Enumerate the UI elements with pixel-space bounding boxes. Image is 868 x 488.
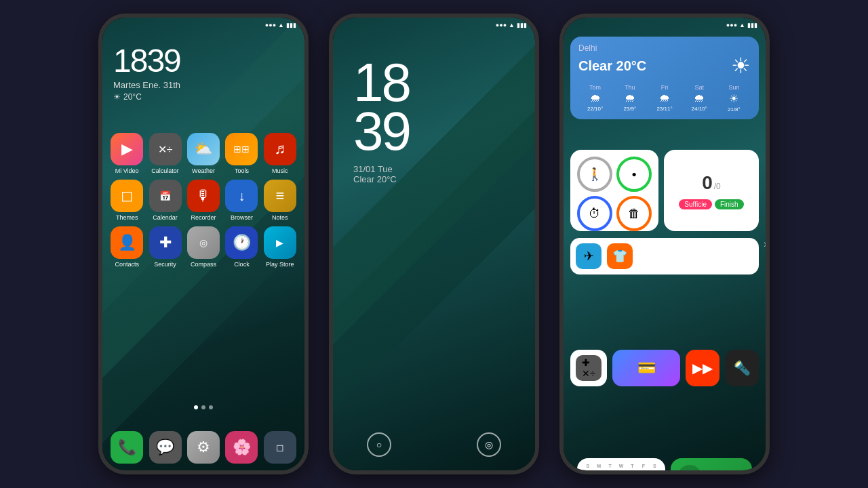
app-grid: ▶ Mi Video ✕÷ Calculator ⛅ Weather ⊞⊞ To…	[111, 133, 296, 268]
weather-widget[interactable]: Delhi Clear 20°C ☀ Tom 🌧 22/10° Thu 🌧 23…	[570, 37, 759, 119]
calculator-icon: ✕÷	[149, 133, 182, 165]
compass-label: Compass	[191, 261, 216, 268]
phone2: ●●● ▲ ▮▮▮ 18 39 31/01 Tue Clear 20°C ○ ◎	[329, 14, 539, 474]
calculator-label: Calculator	[151, 167, 179, 174]
dock-gallery[interactable]: 🌸	[225, 431, 258, 464]
telegram-app[interactable]: ✈	[576, 243, 601, 269]
dock-messages[interactable]: 💬	[149, 431, 181, 464]
step-delete-circle: 🗑	[616, 196, 652, 231]
step-green-circle: ●	[616, 157, 652, 192]
app-tools[interactable]: ⊞⊞ Tools	[225, 133, 258, 174]
status-bar-3: ●●● ▲ ▮▮▮	[564, 18, 766, 33]
gallery-icon: 🌸	[225, 431, 258, 464]
app-recorder[interactable]: 🎙 Recorder	[187, 180, 220, 221]
cal-w: W	[616, 464, 626, 468]
calc-app[interactable]: ✚✕÷	[576, 355, 601, 381]
dock-camera[interactable]: ◻	[264, 431, 296, 464]
forecast-thu-temps: 23/9°	[623, 106, 636, 112]
widget-row-2: S M T W T F S 1 2 3 4 5	[570, 238, 759, 274]
phone1-content: 1839 Martes Ene. 31th ☀ 20°C ▶ Mi Video …	[102, 18, 304, 470]
recorder-icon: 🎙	[187, 180, 220, 212]
weather-display: ☀ 20°C	[113, 92, 180, 102]
battery-icon: ▮▮▮	[286, 22, 296, 28]
forecast-sun-icon: ☀	[729, 92, 738, 105]
apps-pair-1: ✈ 👕	[570, 238, 759, 274]
lock-date: 31/01 Tue	[353, 164, 410, 174]
phone1: ●●● ▲ ▮▮▮ 1839 Martes Ene. 31th ☀ 20°C ▶…	[98, 14, 309, 474]
forecast-sat-name: Sat	[694, 84, 704, 91]
battery-icon-3: ▮▮▮	[747, 22, 757, 28]
voice-app[interactable]: ▶▶	[686, 350, 719, 386]
counter-widget[interactable]: 0 /0 Sufficie Finish	[664, 150, 759, 231]
right-widgets: 📱 0 MB Data Used ✈ 👕	[570, 238, 759, 274]
page-indicator	[102, 405, 304, 409]
forecast-tom: Tom 🌧 22/10°	[578, 84, 612, 113]
counter-badge-sufficient[interactable]: Sufficie	[679, 199, 712, 209]
tools-icon: ⊞⊞	[225, 133, 258, 165]
app-weather[interactable]: ⛅ Weather	[187, 133, 220, 174]
voice-icon: ▶▶	[692, 360, 713, 376]
app-music[interactable]: ♬ Music	[264, 133, 296, 174]
flashlight-app[interactable]: 🔦	[725, 350, 759, 386]
dock-settings[interactable]: ⚙	[187, 431, 220, 464]
weather-sun-icon: ☀	[731, 53, 751, 79]
contacts-icon: 👤	[111, 226, 143, 259]
bottom-apps-left: ✚✕÷	[570, 350, 607, 386]
settings-icon: ⚙	[187, 431, 220, 464]
shirt-app[interactable]: 👕	[607, 243, 633, 269]
cal-m: M	[593, 464, 604, 468]
forecast-fri: Fri 🌧 23/11°	[648, 84, 681, 113]
signal-icon: ●●●	[265, 22, 276, 28]
forecast-sun-name: Sun	[728, 84, 739, 91]
app-security[interactable]: ✚ Security	[149, 226, 181, 268]
forecast-sun: Sun ☀ 21/8°	[717, 84, 751, 113]
app-contacts[interactable]: 👤 Contacts	[111, 226, 143, 268]
status-bar-1: ●●● ▲ ▮▮▮	[102, 18, 304, 33]
music-icon: ♬	[264, 133, 296, 165]
playstore-label: Play Store	[266, 261, 294, 268]
compass-icon: ◎	[187, 226, 220, 259]
forecast-tom-name: Tom	[589, 84, 601, 91]
steps-widget[interactable]: 🚶 ● ⏱ 🗑	[570, 150, 658, 231]
lock-weather: Clear 20°C	[353, 174, 410, 184]
cal-t2: T	[627, 464, 637, 468]
lock-time-display: 18 39	[353, 58, 410, 156]
calendar-widget[interactable]: S M T W T F S 1 2 3 4 5	[577, 458, 665, 470]
clock-label: Clock	[234, 261, 250, 268]
lock-time-line2: 39	[353, 101, 410, 161]
app-notes[interactable]: ≡ Notes	[264, 180, 296, 221]
recorder-label: Recorder	[191, 214, 216, 221]
mivideo-icon: ▶	[111, 133, 143, 165]
forecast-thu-icon: 🌧	[625, 92, 635, 104]
calendar-label: Calendar	[153, 214, 178, 221]
weather-forecast: Tom 🌧 22/10° Thu 🌧 23/9° Fri 🌧 23/11°	[578, 84, 751, 113]
data-widget[interactable]: 📱 0 MB Data Used	[671, 458, 752, 470]
lock-flashlight[interactable]: ○	[367, 432, 391, 457]
notes-label: Notes	[272, 214, 288, 221]
lock-camera[interactable]: ◎	[477, 432, 501, 457]
app-browser[interactable]: ↓ Browser	[225, 180, 258, 221]
forecast-sun-temps: 21/8°	[728, 106, 741, 113]
phone-icon: 📞	[111, 431, 143, 464]
dock-phone[interactable]: 📞	[111, 431, 143, 464]
counter-badge-finish[interactable]: Finish	[715, 199, 744, 209]
app-compass[interactable]: ◎ Compass	[187, 226, 220, 268]
app-mivideo[interactable]: ▶ Mi Video	[111, 133, 143, 174]
lock-screen-time: 18 39 31/01 Tue Clear 20°C	[353, 58, 410, 184]
bottom-app-row: ✚✕÷ 💳 ▶▶ 🔦	[570, 350, 759, 386]
signal-icon-2: ●●●	[496, 22, 507, 28]
app-calculator[interactable]: ✕÷ Calculator	[149, 133, 181, 174]
app-calendar[interactable]: 📅 Calendar	[149, 180, 181, 221]
themes-label: Themes	[116, 214, 138, 221]
forecast-thu-name: Thu	[625, 84, 635, 91]
sidebar-arrow[interactable]: ›	[764, 238, 766, 250]
themes-icon: ◻	[111, 180, 143, 212]
wallet-widget[interactable]: 💳	[612, 350, 680, 386]
forecast-fri-temps: 23/11°	[656, 106, 672, 112]
forecast-sat-temps: 24/10°	[692, 106, 707, 112]
tools-label: Tools	[235, 167, 249, 174]
app-themes[interactable]: ◻ Themes	[111, 180, 143, 221]
wifi-icon-2: ▲	[509, 22, 515, 28]
app-clock[interactable]: 🕐 Clock	[225, 226, 258, 268]
app-playstore[interactable]: ▶ Play Store	[264, 226, 296, 268]
